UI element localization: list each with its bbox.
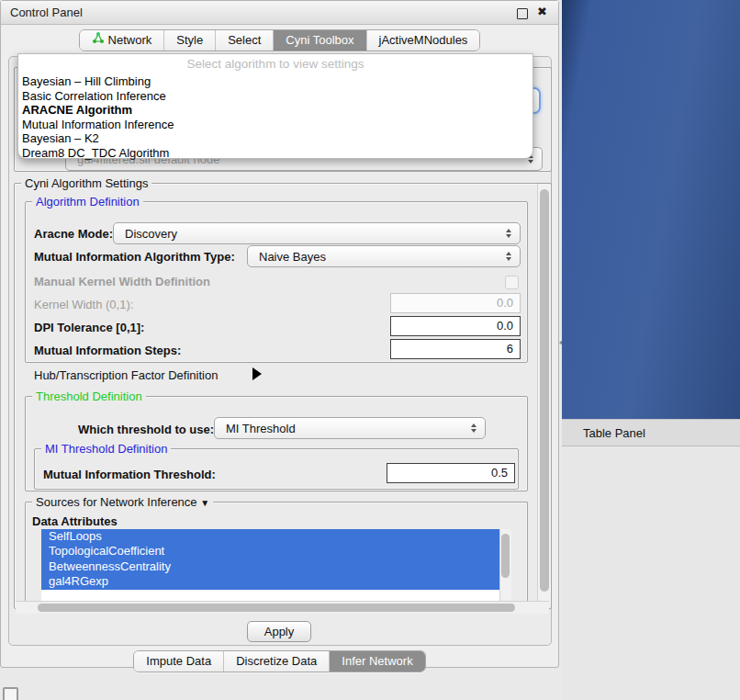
tab-jactivemnodules[interactable]: jActiveMNodules bbox=[366, 30, 480, 51]
table-panel-area: ⚙ shared...nameA YDL19...YDL19...13YDR27… bbox=[562, 446, 740, 700]
aracne-mode-value: Discovery bbox=[125, 227, 177, 241]
algorithm-option[interactable]: Bayesian – K2 bbox=[18, 131, 533, 146]
hub-expand-icon[interactable] bbox=[252, 367, 262, 380]
mi-steps-label: Mutual Information Steps: bbox=[34, 344, 181, 357]
tab-network[interactable]: Network bbox=[80, 30, 164, 51]
mi-threshold-label: Mutual Information Threshold: bbox=[43, 468, 216, 481]
algorithm-option[interactable]: Basic Correlation Inference bbox=[18, 89, 533, 104]
mi-type-value: Naive Bayes bbox=[259, 250, 326, 264]
aracne-mode-label: Aracne Mode: bbox=[34, 227, 113, 241]
algorithm-popup-placeholder: Select algorithm to view settings bbox=[18, 54, 533, 71]
kernel-width-label: Kernel Width (0,1): bbox=[34, 298, 133, 311]
top-tab-bar: NetworkStyleSelectCyni ToolboxjActiveMNo… bbox=[1, 29, 558, 51]
close-panel-icon[interactable]: ✖ bbox=[537, 5, 547, 18]
tab-impute-data[interactable]: Impute Data bbox=[134, 651, 223, 672]
mi-threshold-input[interactable]: 0.5 bbox=[387, 463, 515, 483]
mi-type-combo[interactable]: Naive Bayes bbox=[247, 245, 521, 267]
which-threshold-combo[interactable]: MI Threshold bbox=[214, 417, 486, 439]
tab-infer-network[interactable]: Infer Network bbox=[329, 651, 424, 672]
which-threshold-label: Which threshold to use: bbox=[78, 423, 214, 436]
mi-type-label: Mutual Information Algorithm Type: bbox=[34, 250, 235, 264]
tab-cyni-toolbox[interactable]: Cyni Toolbox bbox=[273, 30, 365, 51]
attributes-scrollbar[interactable] bbox=[499, 529, 511, 601]
dpi-tolerance-label: DPI Tolerance [0,1]: bbox=[34, 321, 144, 334]
settings-horizontal-scrollbar[interactable] bbox=[16, 601, 549, 614]
algorithm-option[interactable]: Dream8 DC_TDC Algorithm bbox=[18, 146, 533, 161]
settings-vertical-scrollbar[interactable] bbox=[537, 184, 550, 601]
network-icon bbox=[92, 30, 104, 51]
manual-kernel-label: Manual Kernel Width Definition bbox=[34, 275, 210, 288]
tab-style[interactable]: Style bbox=[163, 30, 215, 51]
data-attributes-label: Data Attributes bbox=[32, 514, 118, 528]
table-panel-titlebar: Table Panel bbox=[562, 419, 740, 446]
settings-group-title: Cyni Algorithm Settings bbox=[21, 176, 151, 190]
control-panel-title: Control Panel bbox=[10, 6, 83, 19]
manual-kernel-checkbox[interactable] bbox=[505, 276, 519, 289]
algorithm-definition-title: Algorithm Definition bbox=[32, 195, 143, 209]
bottom-tab-bar: Impute DataDiscretize DataInfer Network bbox=[1, 650, 558, 672]
hub-section-label: Hub/Transcription Factor Definition bbox=[34, 368, 218, 382]
tab-select[interactable]: Select bbox=[215, 30, 273, 51]
attribute-item[interactable]: gal4RGexp bbox=[41, 574, 500, 589]
control-panel: Control Panel ✖ NetworkStyleSelectCyni T… bbox=[0, 0, 559, 668]
algorithm-popup: Select algorithm to view settings Bayesi… bbox=[17, 53, 533, 159]
attribute-item[interactable]: TopologicalCoefficient bbox=[41, 544, 500, 559]
sources-collapse-icon[interactable]: ▼ bbox=[200, 498, 209, 508]
attribute-item[interactable]: SelfLoops bbox=[41, 529, 500, 544]
restore-panel-icon[interactable] bbox=[3, 687, 18, 700]
dpi-tolerance-input[interactable]: 0.0 bbox=[390, 316, 521, 336]
aracne-mode-combo[interactable]: Discovery bbox=[113, 222, 521, 244]
control-panel-titlebar: Control Panel ✖ bbox=[1, 1, 558, 25]
kernel-width-input[interactable]: 0.0 bbox=[390, 293, 521, 313]
sources-group-title: Sources for Network Inference ▼ bbox=[32, 495, 213, 509]
threshold-definition-title: Threshold Definition bbox=[32, 390, 146, 403]
apply-button[interactable]: Apply bbox=[247, 621, 311, 642]
algorithm-option[interactable]: ARACNE Algorithm bbox=[18, 103, 533, 118]
algorithm-option[interactable]: Mutual Information Inference bbox=[18, 118, 533, 132]
mi-threshold-group-title: MI Threshold Definition bbox=[41, 442, 171, 456]
attribute-item[interactable]: BetweennessCentrality bbox=[41, 559, 500, 574]
tab-discretize-data[interactable]: Discretize Data bbox=[223, 651, 329, 672]
algorithm-option[interactable]: Bayesian – Hill Climbing bbox=[18, 74, 533, 89]
mi-steps-input[interactable]: 6 bbox=[390, 339, 521, 359]
network-view-background: GALGAL80GAL10GAL1GAL11SWI4GAL4GCY1HAP4YH… bbox=[562, 0, 740, 419]
table-panel-title: Table Panel bbox=[583, 426, 645, 440]
data-attributes-list[interactable]: SelfLoopsTopologicalCoefficientBetweenne… bbox=[41, 529, 511, 601]
which-threshold-value: MI Threshold bbox=[226, 422, 296, 435]
float-panel-icon[interactable] bbox=[517, 8, 528, 19]
